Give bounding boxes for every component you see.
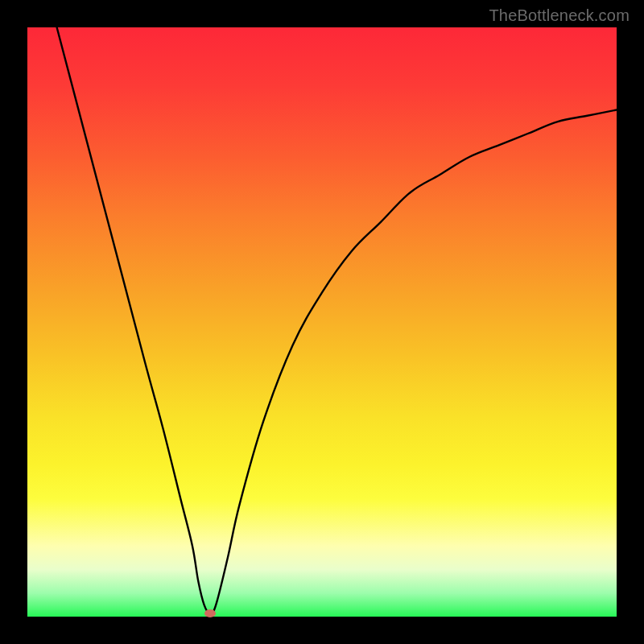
bottleneck-curve (27, 27, 617, 617)
plot-area (27, 27, 617, 617)
min-point-marker (204, 609, 216, 617)
watermark-text: TheBottleneck.com (489, 6, 630, 25)
chart-frame: TheBottleneck.com (0, 0, 644, 644)
